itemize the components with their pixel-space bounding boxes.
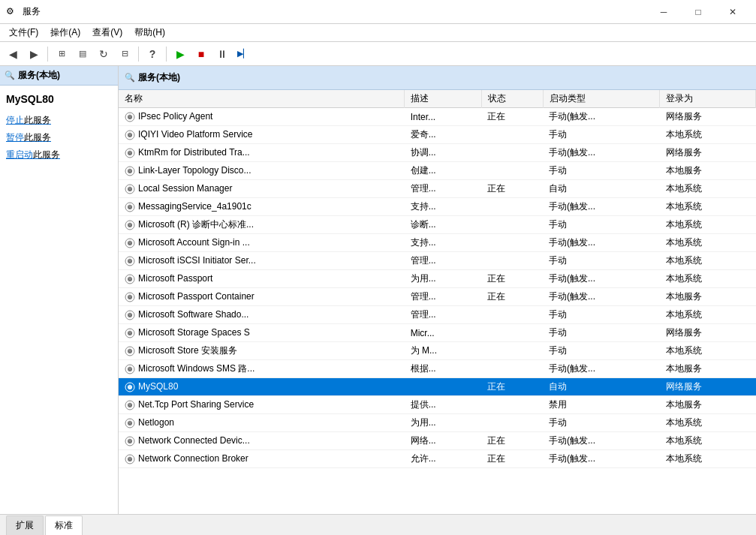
table-row[interactable]: MessagingService_4a1901c支持...手动(触发...本地系… — [119, 198, 756, 216]
tab-standard[interactable]: 标准 — [45, 515, 83, 535]
services-table-wrapper[interactable]: 名称 描述 状态 启动类型 登录为 IPsec Policy AgentInte… — [119, 90, 756, 514]
service-status-cell: 正在 — [481, 108, 543, 126]
refresh-button[interactable]: ↻ — [94, 45, 113, 63]
service-startup-cell: 手动 — [543, 162, 660, 180]
stop-button[interactable]: ■ — [191, 45, 211, 63]
service-status-cell: 正在 — [481, 450, 543, 468]
service-login-cell: 本地系统 — [660, 216, 756, 234]
stop-service-link[interactable]: 停止此服务 — [6, 114, 112, 127]
service-name-cell: Microsoft Windows SMS 路... — [119, 360, 405, 378]
table-row[interactable]: Netlogon为用...手动本地系统 — [119, 414, 756, 432]
help-button[interactable]: ? — [143, 45, 162, 63]
service-login-cell: 本地系统 — [660, 432, 756, 450]
service-login-cell: 本地系统 — [660, 234, 756, 252]
show-hide-button[interactable]: ⊞ — [52, 45, 71, 63]
col-header-startup[interactable]: 启动类型 — [543, 90, 660, 108]
service-status-cell: 正在 — [481, 432, 543, 450]
pause-button[interactable]: ⏸ — [212, 45, 232, 63]
table-row[interactable]: KtmRm for Distributed Tra...协调...手动(触发..… — [119, 144, 756, 162]
col-header-desc[interactable]: 描述 — [405, 90, 481, 108]
back-button[interactable]: ◀ — [3, 45, 23, 63]
maximize-button[interactable]: □ — [681, 0, 715, 24]
sidebar-header-text: 服务(本地) — [18, 69, 60, 82]
table-row[interactable]: Microsoft Account Sign-in ...支持...手动(触发.… — [119, 234, 756, 252]
app-icon: ⚙ — [6, 6, 18, 18]
service-name-cell: KtmRm for Distributed Tra... — [119, 144, 405, 162]
table-row[interactable]: Microsoft Store 安装服务为 M...手动本地系统 — [119, 342, 756, 360]
menu-item-view[interactable]: 查看(V) — [86, 25, 128, 41]
table-row[interactable]: IQIYI Video Platform Service爱奇...手动本地系统 — [119, 126, 756, 144]
service-startup-cell: 手动 — [543, 216, 660, 234]
service-desc-cell: 管理... — [405, 288, 481, 306]
run-button[interactable]: ▶ — [170, 45, 190, 63]
service-name-cell: Microsoft Storage Spaces S — [119, 324, 405, 342]
table-row[interactable]: Link-Layer Topology Disco...创建...手动本地服务 — [119, 162, 756, 180]
service-desc-cell: 允许... — [405, 450, 481, 468]
table-row[interactable]: Network Connection Broker允许...正在手动(触发...… — [119, 450, 756, 468]
restart-service-link[interactable]: 重启动此服务 — [6, 149, 112, 161]
service-name-cell: Microsoft iSCSI Initiator Ser... — [119, 252, 405, 270]
restart-button[interactable]: ▶▏ — [233, 45, 253, 63]
service-name-cell: Link-Layer Topology Disco... — [119, 162, 405, 180]
toolbar-sep-2 — [138, 47, 139, 62]
service-desc-cell: 诊断... — [405, 216, 481, 234]
minimize-button[interactable]: ─ — [646, 0, 681, 24]
service-name-cell: Netlogon — [119, 414, 405, 432]
service-name-cell: IPsec Policy Agent — [119, 108, 405, 126]
col-header-status[interactable]: 状态 — [481, 90, 543, 108]
sidebar-service-name: MySQL80 — [6, 93, 112, 105]
close-button[interactable]: ✕ — [715, 0, 750, 24]
services-table: 名称 描述 状态 启动类型 登录为 IPsec Policy AgentInte… — [119, 90, 756, 468]
table-row[interactable]: Microsoft Passport为用...正在手动(触发...本地系统 — [119, 270, 756, 288]
service-status-cell — [481, 216, 543, 234]
table-row[interactable]: Network Connected Devic...网络...正在手动(触发..… — [119, 432, 756, 450]
service-login-cell: 本地系统 — [660, 342, 756, 360]
forward-button[interactable]: ▶ — [24, 45, 44, 63]
service-startup-cell: 手动(触发... — [543, 234, 660, 252]
service-name-cell: MessagingService_4a1901c — [119, 198, 405, 216]
service-startup-cell: 手动 — [543, 126, 660, 144]
service-status-cell — [481, 126, 543, 144]
service-status-cell: 正在 — [481, 288, 543, 306]
service-desc-cell: 创建... — [405, 162, 481, 180]
table-row[interactable]: Microsoft Software Shado...管理...手动本地系统 — [119, 306, 756, 324]
table-row[interactable]: MySQL80正在自动网络服务 — [119, 378, 756, 396]
table-row[interactable]: Microsoft Storage Spaces SMicr...手动网络服务 — [119, 324, 756, 342]
list-button[interactable]: ▤ — [73, 45, 92, 63]
menu-item-file[interactable]: 文件(F) — [3, 25, 44, 41]
table-row[interactable]: Microsoft Passport Container管理...正在手动(触发… — [119, 288, 756, 306]
service-name-cell: MySQL80 — [119, 378, 405, 396]
menu-item-help[interactable]: 帮助(H) — [128, 25, 171, 41]
table-row[interactable]: Net.Tcp Port Sharing Service提供...禁用本地服务 — [119, 396, 756, 414]
menu-bar: 文件(F)操作(A)查看(V)帮助(H) — [0, 24, 756, 42]
service-status-cell: 正在 — [481, 270, 543, 288]
service-name-cell: Microsoft Passport — [119, 270, 405, 288]
service-name-cell: Microsoft Account Sign-in ... — [119, 234, 405, 252]
export-button[interactable]: ⊟ — [115, 45, 134, 63]
table-row[interactable]: Microsoft (R) 诊断中心标准...诊断...手动本地系统 — [119, 216, 756, 234]
service-name-cell: Net.Tcp Port Sharing Service — [119, 396, 405, 414]
service-desc-cell: 管理... — [405, 252, 481, 270]
restart-link-suffix: 此服务 — [33, 149, 60, 160]
restart-link-text: 重启动 — [6, 149, 33, 160]
service-startup-cell: 手动 — [543, 324, 660, 342]
col-header-name[interactable]: 名称 — [119, 90, 405, 108]
service-desc-cell: 网络... — [405, 432, 481, 450]
pause-service-link[interactable]: 暂停此服务 — [6, 131, 112, 144]
service-login-cell: 本地系统 — [660, 198, 756, 216]
service-desc-cell: 提供... — [405, 396, 481, 414]
col-header-login[interactable]: 登录为 — [660, 90, 756, 108]
table-row[interactable]: Local Session Manager管理...正在自动本地系统 — [119, 180, 756, 198]
service-status-cell — [481, 144, 543, 162]
table-row[interactable]: Microsoft iSCSI Initiator Ser...管理...手动本… — [119, 252, 756, 270]
service-startup-cell: 自动 — [543, 180, 660, 198]
table-row[interactable]: IPsec Policy AgentInter...正在手动(触发...网络服务 — [119, 108, 756, 126]
tab-extended[interactable]: 扩展 — [6, 515, 44, 535]
service-desc-cell: Micr... — [405, 324, 481, 342]
menu-item-action[interactable]: 操作(A) — [44, 25, 86, 41]
toolbar-sep-3 — [166, 47, 167, 62]
service-startup-cell: 手动(触发... — [543, 360, 660, 378]
table-row[interactable]: Microsoft Windows SMS 路...根据...手动(触发...本… — [119, 360, 756, 378]
service-login-cell: 网络服务 — [660, 378, 756, 396]
service-name-cell: IQIYI Video Platform Service — [119, 126, 405, 144]
